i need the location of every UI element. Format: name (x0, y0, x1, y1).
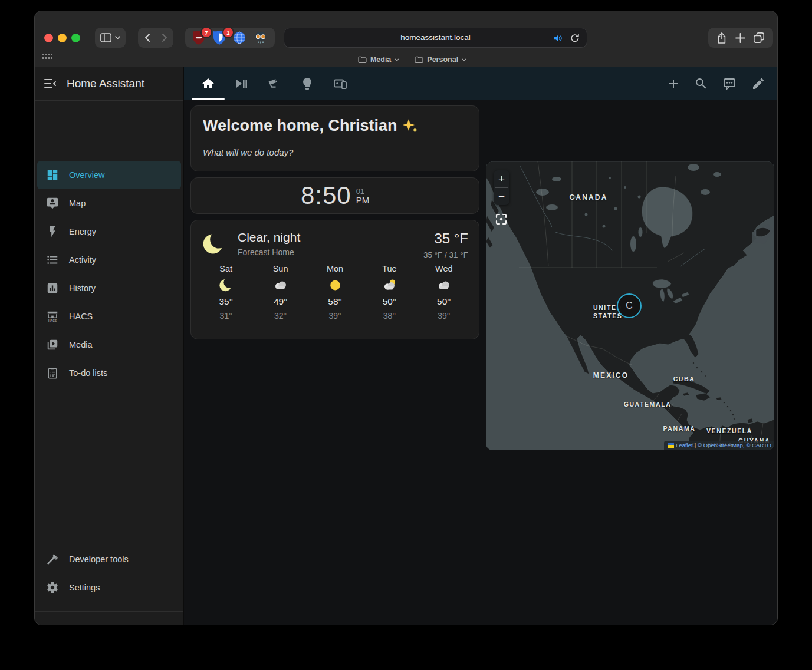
svg-text:HACS: HACS (48, 319, 57, 322)
sidebar-item-settings[interactable]: Settings (37, 573, 181, 602)
bookmark-folder-media[interactable]: Media (358, 55, 399, 64)
tab-lights[interactable] (300, 77, 314, 91)
forward-button[interactable] (156, 33, 173, 42)
sidebar-item-activity[interactable]: Activity (37, 246, 181, 274)
sidebar-item-label: Energy (69, 227, 96, 236)
tab-devices[interactable] (333, 77, 347, 91)
sidebar-item-notifications[interactable]: Notifications (37, 623, 181, 625)
close-window-button[interactable] (44, 34, 53, 42)
dashboard-icon (46, 169, 59, 181)
sidebar-item-label: Developer tools (69, 555, 129, 564)
tab-overview-button[interactable] (753, 32, 765, 44)
zoom-in-button[interactable]: + (494, 170, 509, 187)
sidebar-item-overview[interactable]: Overview (37, 161, 181, 189)
map-label-guatemala: GUATEMALA (624, 401, 672, 408)
tab-cameras[interactable] (267, 77, 281, 91)
share-button[interactable] (716, 32, 727, 44)
locate-button[interactable] (494, 212, 508, 226)
sidebar-item-todo[interactable]: To-do lists (37, 359, 181, 387)
chevron-right-icon (162, 33, 168, 42)
forecast-row: Sat 35° 31° Sun 49° 32° Mon 58° 39° (199, 264, 471, 321)
pencil-icon (751, 77, 765, 91)
map-person-marker[interactable]: C (617, 293, 642, 318)
forecast-day: Mon 58° 39° (308, 264, 362, 321)
moon-icon (218, 277, 234, 293)
app-title: Home Assistant (67, 67, 144, 100)
forecast-day: Sun 49° 32° (253, 264, 307, 321)
add-dashboard-button[interactable] (666, 77, 680, 91)
clipboard-list-icon (46, 367, 59, 379)
osm-link[interactable]: © OpenStreetMap, (698, 442, 744, 448)
map-attribution: Leaflet | © OpenStreetMap, © CARTO (664, 441, 774, 450)
home-assistant-app: Home Assistant Overview Map Energy Activ… (35, 67, 777, 625)
weather-condition: Clear, night (238, 230, 300, 245)
tab-home[interactable] (201, 77, 215, 91)
adblock-badge: 7 (200, 27, 212, 38)
cloudy-icon (436, 277, 452, 293)
globe-extension-button[interactable] (232, 31, 246, 45)
audio-playing-icon[interactable] (553, 34, 563, 43)
leaflet-link[interactable]: Leaflet (676, 442, 693, 448)
home-icon (201, 77, 215, 91)
sidebar-item-label: Map (69, 199, 86, 208)
search-icon (694, 77, 708, 91)
nav-buttons (138, 28, 173, 48)
chevron-down-icon (115, 36, 120, 39)
assist-button[interactable] (722, 77, 737, 91)
map-label-panama: PANAMA (663, 425, 696, 432)
map-label-canada: CANADA (569, 193, 607, 202)
browser-window: 7 1 homeassistant.local Media (34, 11, 778, 625)
forecast-day: Wed 50° 39° (417, 264, 471, 321)
map-label-cuba: CUBA (673, 375, 695, 382)
map-card[interactable]: CANADA UNITED STATES MEXICO CUBA GUATEMA… (486, 161, 774, 450)
sidebar-toggle-button[interactable] (95, 28, 126, 48)
folder-icon (415, 56, 423, 63)
bookmark-folder-personal[interactable]: Personal (415, 55, 466, 64)
sidebar-item-map[interactable]: Map (37, 189, 181, 217)
bookmark-folder-label: Media (370, 55, 391, 64)
sidebar-icon (100, 33, 111, 42)
sunny-icon (327, 277, 343, 293)
window-actions-pill (708, 28, 773, 48)
sidebar-item-label: Settings (69, 583, 100, 592)
search-button[interactable] (694, 77, 708, 91)
sidebar-item-energy[interactable]: Energy (37, 217, 181, 246)
hacs-store-icon: HACS (46, 310, 59, 323)
new-tab-button[interactable] (735, 33, 745, 43)
sidebar-item-label: Overview (69, 170, 104, 180)
moon-icon (201, 230, 227, 256)
zoom-out-button[interactable]: − (494, 188, 509, 205)
sidebar-item-label: Activity (69, 255, 96, 265)
partly-cloudy-icon (382, 277, 397, 293)
back-button[interactable] (138, 33, 156, 42)
carto-link[interactable]: © CARTO (746, 442, 771, 448)
weather-temperature: 35 °F (423, 230, 468, 247)
tabs-icon (753, 32, 765, 44)
sidebar-header: Home Assistant (35, 67, 183, 101)
zoom-window-button[interactable] (71, 34, 80, 42)
weather-card[interactable]: Clear, night Forecast Home 35 °F 35 °F /… (190, 220, 479, 339)
sidebar-item-developer-tools[interactable]: Developer tools (37, 545, 181, 573)
sidebar-item-label: Media (69, 340, 93, 349)
minimize-window-button[interactable] (58, 34, 67, 42)
tab-media-control[interactable] (234, 77, 248, 91)
url-bar[interactable]: homeassistant.local (284, 28, 587, 48)
sidebar-divider (35, 611, 183, 612)
ha-header (184, 67, 777, 100)
spy-extension-button[interactable] (253, 31, 268, 45)
sidebar-item-label: History (69, 283, 96, 293)
reload-icon[interactable] (570, 33, 580, 43)
plus-icon (735, 33, 745, 43)
app-grid-icon[interactable] (42, 54, 54, 63)
map-zoom-control: + − (494, 170, 509, 205)
play-box-icon (46, 338, 59, 351)
menu-toggle-icon[interactable] (43, 77, 57, 90)
weather-range: 35 °F / 31 °F (423, 250, 468, 259)
edit-dashboard-button[interactable] (751, 77, 765, 91)
spy-goggles-icon (253, 31, 268, 45)
devices-icon (333, 77, 347, 91)
sidebar-item-media[interactable]: Media (37, 331, 181, 359)
sidebar-item-hacs[interactable]: HACS HACS (37, 302, 181, 331)
ukraine-flag-icon (668, 443, 674, 448)
sidebar-item-history[interactable]: History (37, 274, 181, 302)
